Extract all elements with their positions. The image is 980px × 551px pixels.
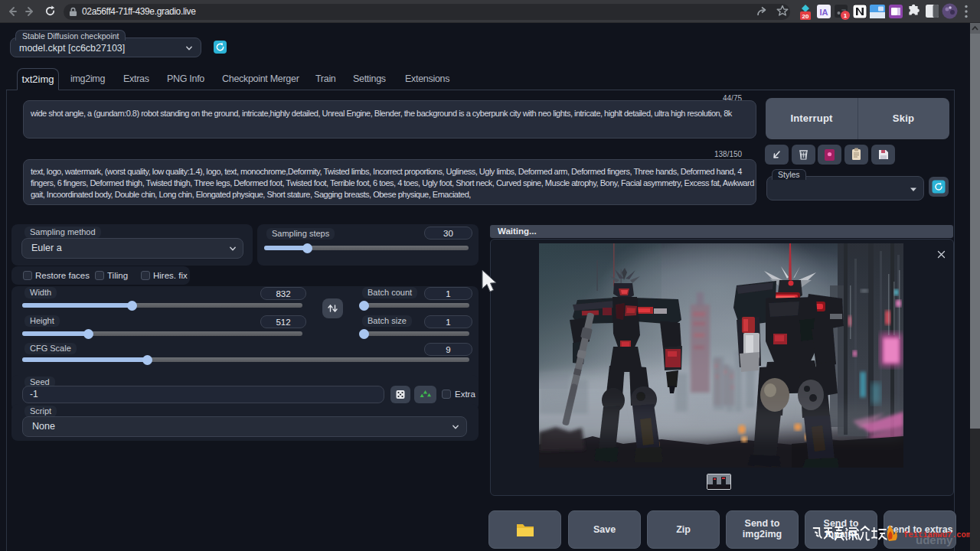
svg-text:1: 1 [844, 12, 848, 19]
svg-text:20: 20 [802, 13, 809, 20]
svg-text:IA: IA [820, 8, 828, 17]
